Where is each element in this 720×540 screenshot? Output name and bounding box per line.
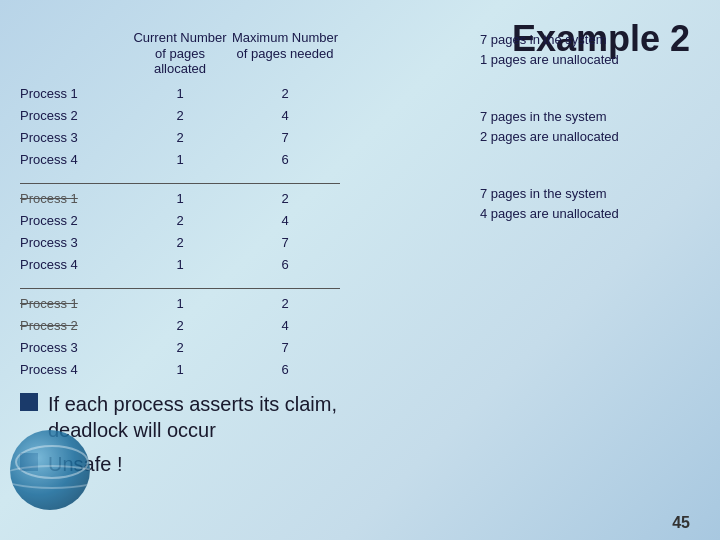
process-group-1: Process 1 1 2 Process 2 2 4 Process 3 2 … [20,83,460,171]
process-max: 4 [230,213,340,228]
process-name: Process 2 [20,108,130,123]
process-name: Process 2 [20,213,130,228]
info-text-1a: 7 pages in the system [480,30,700,50]
process-max: 7 [230,130,340,145]
bullet-text-1: If each process asserts its claim,deadlo… [48,391,337,443]
process-name: Process 1 [20,296,130,311]
process-max: 6 [230,152,340,167]
table-row: Process 4 1 6 [20,254,460,276]
process-current: 1 [130,152,230,167]
process-group-3: Process 1 1 2 Process 2 2 4 Process 3 2 … [20,293,460,381]
process-name: Process 1 [20,86,130,101]
table-row: Process 4 1 6 [20,359,460,381]
process-current: 2 [130,213,230,228]
info-block-1: 7 pages in the system 1 pages are unallo… [480,30,700,69]
process-current: 1 [130,191,230,206]
process-current: 1 [130,86,230,101]
table-header: Current Number of pages allocated Maximu… [130,30,460,77]
table-row: Process 3 2 7 [20,232,460,254]
process-name: Process 4 [20,257,130,272]
table-row: Process 3 2 7 [20,337,460,359]
info-text-2a: 7 pages in the system [480,107,700,127]
table-row: Process 3 2 7 [20,127,460,149]
process-max: 6 [230,362,340,377]
process-name: Process 4 [20,152,130,167]
table-row: Process 1 1 2 [20,83,460,105]
process-max: 6 [230,257,340,272]
info-block-3: 7 pages in the system 4 pages are unallo… [480,184,700,223]
bullet-icon-1 [20,393,38,411]
table-row: Process 1 1 2 [20,188,460,210]
table-row: Process 2 2 4 [20,105,460,127]
table-row: Process 4 1 6 [20,149,460,171]
maximum-header: Maximum Number of pages needed [230,30,340,77]
info-text-3a: 7 pages in the system [480,184,700,204]
bullet-item-2: Unsafe ! [20,451,700,477]
process-max: 2 [230,86,340,101]
process-name: Process 3 [20,235,130,250]
group-divider [20,183,340,184]
process-name: Process 3 [20,340,130,355]
globe-decoration [10,430,90,510]
slide-container: Example 2 Current Number of pages alloca… [0,0,720,540]
info-text-2b: 2 pages are unallocated [480,127,700,147]
process-current: 2 [130,340,230,355]
process-max: 4 [230,318,340,333]
process-max: 7 [230,235,340,250]
process-max: 4 [230,108,340,123]
info-text-1b: 1 pages are unallocated [480,50,700,70]
bullet-item-1: If each process asserts its claim,deadlo… [20,391,700,443]
table-row: Process 2 2 4 [20,315,460,337]
table-row: Process 1 1 2 [20,293,460,315]
process-name: Process 4 [20,362,130,377]
info-section: 7 pages in the system 1 pages are unallo… [480,30,700,261]
process-current: 2 [130,318,230,333]
process-group-2: Process 1 1 2 Process 2 2 4 Process 3 2 … [20,188,460,276]
process-max: 2 [230,191,340,206]
process-current: 1 [130,257,230,272]
group-divider [20,288,340,289]
bottom-bullets: If each process asserts its claim,deadlo… [20,391,700,485]
current-header: Current Number of pages allocated [130,30,230,77]
table-section: Current Number of pages allocated Maximu… [20,30,460,393]
process-current: 1 [130,362,230,377]
process-current: 2 [130,108,230,123]
process-name: Process 2 [20,318,130,333]
process-current: 1 [130,296,230,311]
process-max: 2 [230,296,340,311]
info-text-3b: 4 pages are unallocated [480,204,700,224]
page-number: 45 [672,514,690,532]
process-current: 2 [130,130,230,145]
process-name: Process 3 [20,130,130,145]
process-current: 2 [130,235,230,250]
process-name: Process 1 [20,191,130,206]
table-row: Process 2 2 4 [20,210,460,232]
process-max: 7 [230,340,340,355]
info-block-2: 7 pages in the system 2 pages are unallo… [480,107,700,146]
